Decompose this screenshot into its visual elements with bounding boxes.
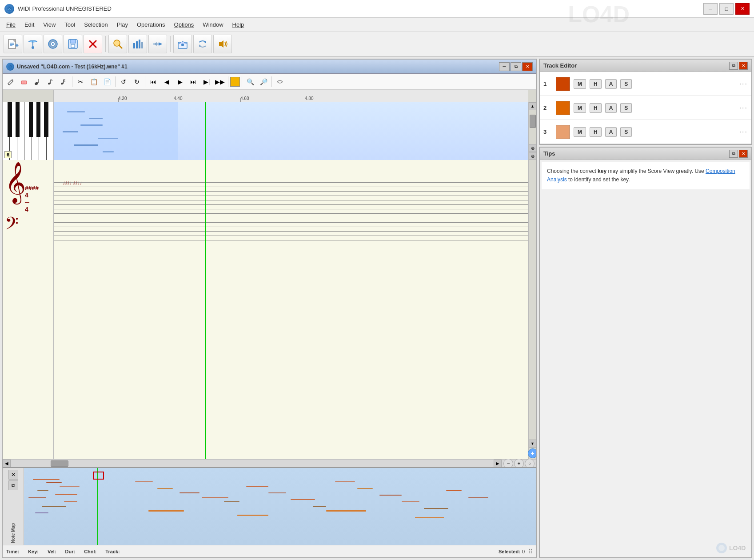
scroll-rotate-button2[interactable]: ⊖ [529,152,537,160]
nav-last[interactable]: ⏭ [187,76,199,88]
app-icon [4,4,14,14]
tips-maximize[interactable]: ⧉ [729,150,738,158]
zoom-in[interactable]: 🔍 [244,76,256,88]
key-signature: ####4─4 [25,184,39,213]
black-key-3[interactable] [29,102,33,137]
black-key-2[interactable] [16,102,20,137]
status-grip: ⠿ [528,548,533,555]
zoom-out[interactable]: 🔎 [257,76,270,88]
track-s-3[interactable]: S [620,127,632,137]
tips-panel: Tips ⧉ ✕ Choosing the correct key may si… [539,147,752,558]
menu-window[interactable]: Window [198,20,227,30]
track-h-3[interactable]: H [590,127,602,137]
black-key-4[interactable] [36,102,40,137]
convert-button[interactable] [193,35,212,53]
nm-note-r4 [202,497,228,498]
audio-tool[interactable] [274,76,286,88]
redo-button[interactable]: ↻ [131,76,143,88]
status-track: Track: [105,549,121,554]
inner-close-button[interactable]: ✕ [522,62,533,71]
nav-prev[interactable]: ◀ [160,76,173,88]
note-tool-3[interactable] [58,76,70,88]
track-h-2[interactable]: H [590,103,602,113]
export-button[interactable] [173,35,192,53]
nm-note-r13 [402,501,419,502]
close-button[interactable]: ✕ [735,3,750,15]
sec-sep-3 [145,76,145,87]
menu-play[interactable]: Play [112,20,132,30]
notation-scroll-down[interactable]: ▼ [529,440,537,448]
nm-note-r7 [268,492,286,493]
notation-zoom-add[interactable]: + [528,448,537,458]
scroll-up-button[interactable]: ▲ [529,102,537,110]
note-tool-1[interactable] [31,76,44,88]
nav-first[interactable]: ⏮ [147,76,160,88]
menu-edit[interactable]: Edit [20,20,39,30]
track-color-1[interactable] [556,77,570,91]
save-button[interactable] [64,35,82,53]
nm-note-r12 [379,495,402,496]
key-label: Key: [28,549,39,554]
note-tool-2[interactable] [44,76,57,88]
track-a-3[interactable]: A [605,127,617,137]
nav-end[interactable]: ▶| [200,76,213,88]
scroll-thumb[interactable] [530,115,536,128]
h-scroll-thumb[interactable] [51,460,68,467]
color-indicator[interactable] [230,77,240,87]
maximize-button[interactable]: □ [719,3,734,15]
undo-button[interactable]: ↺ [117,76,130,88]
h-scrollbar: ◀ ▶ − + ○ [3,459,536,467]
track-s-2[interactable]: S [620,103,632,113]
track-a-1[interactable]: A [605,79,617,89]
sound-button[interactable] [44,35,62,53]
track-h-1[interactable]: H [590,79,602,89]
tips-close[interactable]: ✕ [739,150,748,158]
black-key-5[interactable] [44,102,48,137]
zoom-in-btn[interactable]: + [514,459,524,468]
inner-minimize-button[interactable]: ─ [499,62,510,71]
menu-help[interactable]: Help [228,20,249,30]
track-s-1[interactable]: S [620,79,632,89]
volume-button[interactable] [213,35,232,53]
track-color-2[interactable] [556,101,570,115]
track-color-3[interactable] [556,125,570,139]
menu-tool[interactable]: Tool [60,20,80,30]
new-button[interactable] [4,35,22,53]
open-audio-button[interactable] [24,35,42,53]
search-button[interactable] [108,35,127,53]
process-button[interactable] [148,35,167,53]
analyze-button[interactable] [128,35,147,53]
zoom-reset-btn[interactable]: ○ [525,459,535,468]
copy-button[interactable]: 📋 [88,76,100,88]
note-map-copy-btn[interactable]: ⧉ [8,480,18,490]
cut-button[interactable]: ✂ [74,76,87,88]
black-key-1[interactable] [8,102,12,137]
track-m-3[interactable]: M [574,127,586,137]
h-scroll-right[interactable]: ▶ [494,460,502,468]
track-editor-close[interactable]: ✕ [739,62,748,70]
nm-note-2 [46,482,62,483]
h-scroll-left[interactable]: ◀ [3,460,11,468]
scroll-rotate-button[interactable]: ⊕ [529,144,537,152]
menu-options[interactable]: Options [170,20,199,30]
menu-file[interactable]: File [2,20,20,30]
delete-button[interactable] [84,35,102,53]
svg-line-12 [119,45,122,48]
nav-next[interactable]: ▶ [174,76,186,88]
nav-end2[interactable]: ▶▶ [214,76,226,88]
zoom-out-btn[interactable]: − [503,459,513,468]
track-editor-maximize[interactable]: ⧉ [729,62,738,70]
menu-operations[interactable]: Operations [132,20,170,30]
menu-selection[interactable]: Selection [80,20,112,30]
menu-view[interactable]: View [39,20,60,30]
nm-note-8 [42,506,66,507]
track-a-2[interactable]: A [605,103,617,113]
eraser-tool[interactable] [18,76,30,88]
track-m-2[interactable]: M [574,103,586,113]
paste-button[interactable]: 📄 [101,76,113,88]
inner-maximize-button[interactable]: ⧉ [511,62,521,71]
track-m-1[interactable]: M [574,79,586,89]
pencil-tool[interactable] [4,76,17,88]
minimize-button[interactable]: ─ [703,3,718,15]
note-map-close-btn[interactable]: ✕ [8,470,18,480]
